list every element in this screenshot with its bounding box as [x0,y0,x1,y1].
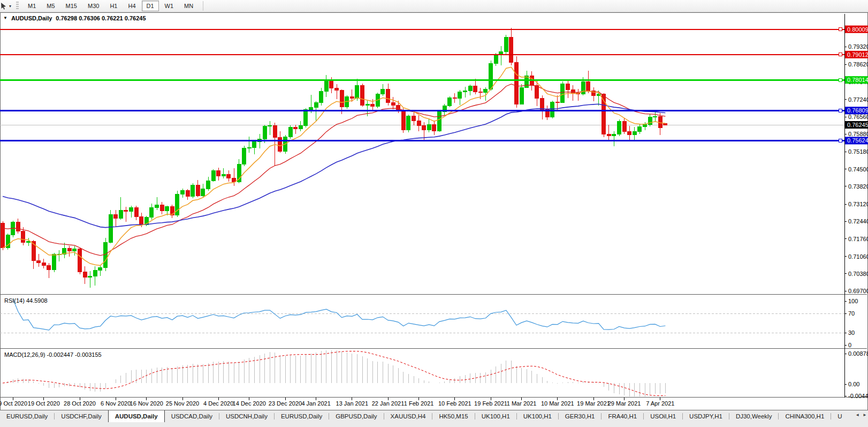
hline-anchor-marker[interactable] [839,78,842,81]
candle-body [155,205,159,208]
candle-body [217,170,220,176]
hline-anchor-marker[interactable] [839,109,842,112]
candle-body [294,128,298,129]
date-axis-label: 23 Dec 2020 [269,400,302,407]
candle-body [571,90,575,93]
candle-body [207,181,210,189]
date-axis-label: 29 Mar 2021 [608,400,641,407]
candle-body [319,91,323,102]
date-axis-label: 19 Feb 2021 [474,400,507,407]
candle-body [468,86,472,91]
candle-body [67,248,71,251]
candle-body [98,268,102,271]
hline-anchor-marker[interactable] [839,139,842,142]
candle-body [227,174,231,178]
candle-body [47,266,51,270]
candle-body [484,89,488,92]
date-axis-label: 16 Nov 2020 [130,400,163,407]
candle-body [176,194,179,215]
date-axis-label: 9 Oct 2020 [0,400,27,407]
candle-body [458,92,462,98]
chart-title: ▼ AUDUSD,Daily 0.76298 0.76306 0.76221 0… [3,15,146,21]
date-axis-label: 1 Feb 2021 [404,400,434,407]
hline-anchor-marker[interactable] [839,53,842,56]
candle-body [561,84,565,103]
candle-body [242,148,246,164]
macd-axis-label: -0.004451 [848,393,868,399]
candle-body [335,88,339,91]
price-axis-tick-label: 0.70380 [848,271,868,277]
date-axis-label: 25 Nov 2020 [166,400,199,407]
candle-body [263,126,267,139]
macd-indicator-label: MACD(12,26,9) -0.002447 -0.003155 [4,351,102,358]
price-axis-tick-label: 0.72440 [848,218,868,224]
candle-body [381,89,385,94]
macd-axis-label: 0.008782 [848,350,868,357]
candle-body [417,121,421,126]
candle-body [555,102,559,102]
rsi-axis-label: 0 [848,342,851,348]
candle-body [314,103,318,108]
candle-body [140,217,143,224]
price-axis-tick-label: 0.74500 [848,166,868,173]
chart-ohlc-values: 0.76298 0.76306 0.76221 0.76245 [56,15,146,21]
candle-body [540,99,544,110]
price-axis-tick-label: 0.73820 [848,183,868,190]
candle-body [130,208,133,212]
collapse-triangle-icon[interactable]: ▼ [3,16,7,20]
candle-body [119,210,123,218]
candle-body [73,249,77,251]
price-axis-tick-label: 0.76560 [848,114,868,120]
current-price-label: 0.76245 [847,122,868,128]
candle-body [587,81,590,91]
candle-body [494,54,498,63]
candle-body [612,134,616,136]
candle-body [278,137,282,151]
chart-canvas[interactable]: 0.793200.786200.779400.772400.765600.758… [0,0,868,427]
candle-body [324,80,328,91]
candle-body [16,222,20,231]
date-axis-label: 13 Jan 2021 [336,400,369,407]
candle-body [124,210,128,211]
candle-body [93,270,97,276]
date-axis-label: 14 Dec 2020 [233,400,266,407]
candle-body [27,242,31,242]
candle-body [268,125,272,126]
candle-body [83,272,87,277]
mt4-window: 0.793200.786200.779400.772400.765600.758… [0,0,868,427]
date-axis-label: 19 Mar 2021 [577,400,610,407]
candle-body [463,91,467,92]
chart-symbol-period: AUDUSD,Daily [11,15,52,21]
price-axis-tick-label: 0.71060 [848,253,868,260]
macd-axis-label: 0.00 [848,381,859,387]
candle-body [622,122,626,132]
candle-body [201,189,205,196]
rsi-indicator-label: RSI(14) 44.5908 [4,297,48,304]
candle-body [222,174,225,176]
candle-body [160,205,164,211]
date-axis-label: 4 Dec 2020 [203,400,233,407]
candle-body [165,207,169,211]
candle-body [114,215,118,218]
chart-tab-audusd-daily[interactable]: AUDUSD,Daily [108,410,165,422]
candle-body [648,117,652,125]
candle-body [618,122,621,134]
candle-body [643,125,647,126]
candle-body [78,249,82,272]
candle-body [448,98,452,106]
date-axis-label: 10 Feb 2021 [438,400,471,407]
hline-anchor-marker[interactable] [839,28,842,31]
candle-body [638,126,642,131]
candle-body [371,104,375,106]
candle-body [355,85,359,98]
candle-body [181,191,185,194]
date-axis-label: 6 Nov 2020 [101,400,131,407]
candle-body [504,37,508,51]
rsi-axis-label: 70 [848,310,855,317]
candle-body [607,134,611,136]
candle-body [191,185,195,197]
candle-body [386,89,390,102]
candle-body [664,123,667,125]
candle-body [515,63,519,104]
candle-body [633,132,636,135]
